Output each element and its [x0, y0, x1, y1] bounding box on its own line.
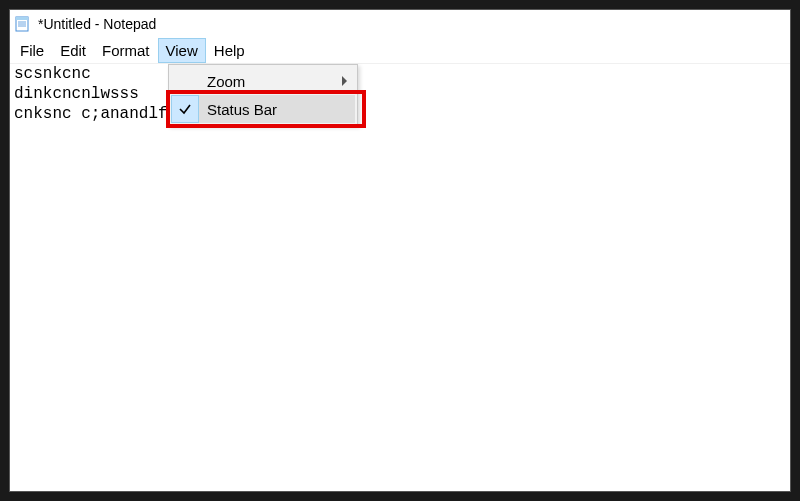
submenu-arrow-icon [335, 76, 355, 86]
check-slot [171, 67, 199, 95]
checkmark-icon [171, 95, 199, 123]
notepad-icon [14, 15, 32, 33]
svg-rect-1 [16, 17, 28, 20]
titlebar: *Untitled - Notepad [10, 10, 790, 38]
text-editor[interactable]: scsnkcnc dinkcncnlwsss cnksnc c;anandlfa… [10, 64, 790, 491]
menu-help[interactable]: Help [206, 38, 253, 63]
menu-edit[interactable]: Edit [52, 38, 94, 63]
menu-file[interactable]: File [12, 38, 52, 63]
menu-item-label: Status Bar [199, 101, 355, 118]
menu-item-zoom[interactable]: Zoom [171, 67, 355, 95]
menu-format[interactable]: Format [94, 38, 158, 63]
menu-view[interactable]: View [158, 38, 206, 63]
menu-item-label: Zoom [199, 73, 335, 90]
menu-item-status-bar[interactable]: Status Bar [171, 95, 355, 123]
view-dropdown: Zoom Status Bar [168, 64, 358, 126]
window-title: *Untitled - Notepad [38, 16, 156, 32]
menubar: File Edit Format View Help [10, 38, 790, 64]
notepad-window: *Untitled - Notepad File Edit Format Vie… [9, 9, 791, 492]
